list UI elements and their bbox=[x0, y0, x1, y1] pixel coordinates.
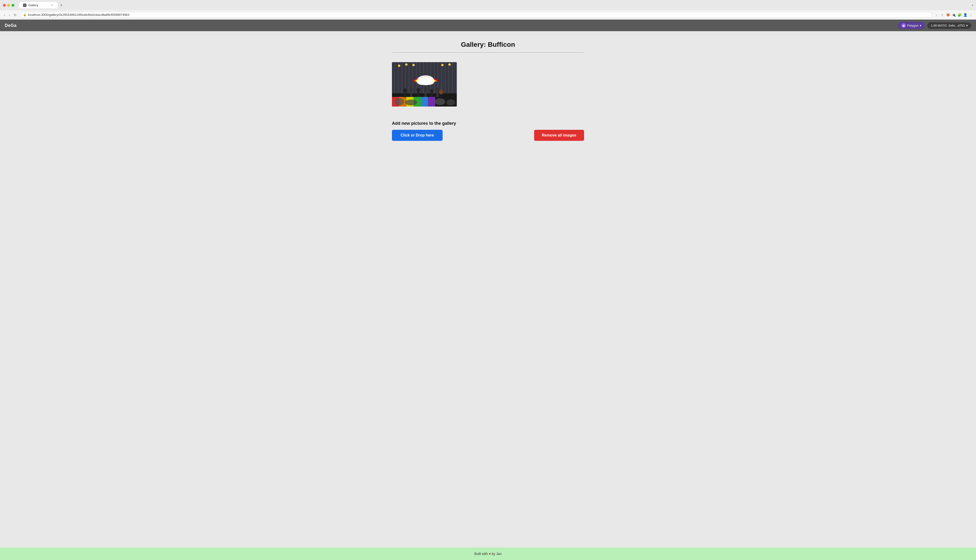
svg-point-48 bbox=[398, 65, 400, 67]
svg-rect-43 bbox=[441, 87, 442, 93]
polygon-network-button[interactable]: ◆ Polygon ▾ bbox=[898, 22, 925, 29]
polygon-chevron-icon: ▾ bbox=[920, 24, 921, 27]
svg-point-49 bbox=[405, 63, 408, 66]
svg-rect-31 bbox=[404, 92, 406, 97]
nav-refresh-button[interactable]: ↻ bbox=[13, 12, 18, 17]
svg-point-22 bbox=[418, 78, 433, 85]
svg-point-40 bbox=[436, 88, 440, 92]
add-section-actions: Click or Drop here Remove all images bbox=[392, 130, 584, 141]
svg-rect-41 bbox=[436, 92, 439, 97]
concert-image bbox=[392, 62, 457, 107]
svg-rect-35 bbox=[417, 92, 419, 97]
nav-back-button[interactable]: ‹ bbox=[3, 12, 6, 17]
svg-rect-39 bbox=[431, 93, 433, 97]
address-lock-icon: 🔒 bbox=[23, 13, 27, 16]
svg-point-46 bbox=[435, 98, 445, 105]
svg-point-52 bbox=[448, 63, 451, 66]
polygon-icon: ◆ bbox=[901, 23, 906, 28]
svg-point-34 bbox=[416, 88, 420, 92]
main-content: Gallery: Bufficon bbox=[0, 31, 976, 548]
traffic-lights bbox=[3, 4, 14, 7]
app-wrapper: DeGa ◆ Polygon ▾ 1.99 MATIC 0x6c...d753 … bbox=[0, 20, 976, 560]
add-section-title: Add new pictures to the gallery bbox=[392, 121, 584, 126]
browser-title-right: ▾ bbox=[972, 3, 973, 7]
svg-point-36 bbox=[424, 88, 428, 92]
svg-point-47 bbox=[446, 99, 455, 105]
nav-forward-button[interactable]: › bbox=[8, 12, 11, 17]
puzzle-ext-icon[interactable]: 🔌 bbox=[951, 13, 956, 17]
minimize-window-button[interactable] bbox=[7, 4, 10, 7]
browser-chrome: G Gallery ✕ + ▾ ‹ › ↻ 🔒 localhost:3000/g… bbox=[0, 0, 976, 20]
address-bar-url: localhost:3000/gallery/0x2953399124f0cbb… bbox=[28, 13, 129, 17]
new-tab-button[interactable]: + bbox=[58, 2, 65, 8]
download-icon[interactable]: ↓ bbox=[934, 13, 939, 17]
tab-close-button[interactable]: ✕ bbox=[50, 3, 54, 7]
browser-toolbar: ‹ › ↻ 🔒 localhost:3000/gallery/0x2953399… bbox=[0, 10, 976, 20]
wallet-button[interactable]: 1.99 MATIC 0x6c...d753 ▾ bbox=[927, 22, 971, 29]
gallery-title: Gallery: Bufficon bbox=[392, 41, 584, 53]
svg-point-44 bbox=[394, 98, 404, 105]
tab-favicon: G bbox=[23, 3, 27, 7]
tab-label: Gallery bbox=[28, 3, 38, 7]
footer-text-prefix: Built with bbox=[474, 552, 488, 556]
app-logo: DeGa bbox=[5, 23, 17, 28]
extension-icon[interactable]: 🧩 bbox=[957, 13, 962, 17]
toolbar-actions: ↓ ☆ 🦊 🔌 🧩 👤 ⋮ bbox=[934, 13, 973, 17]
svg-rect-33 bbox=[410, 92, 412, 97]
svg-point-45 bbox=[405, 100, 417, 105]
fox-icon[interactable]: 🦊 bbox=[946, 13, 950, 17]
svg-point-51 bbox=[441, 64, 444, 66]
header-right: ◆ Polygon ▾ 1.99 MATIC 0x6c...d753 ▾ bbox=[898, 22, 971, 29]
profile-icon[interactable]: 👤 bbox=[963, 13, 968, 17]
app-footer: Built with ♥ by Jan bbox=[0, 548, 976, 560]
close-window-button[interactable] bbox=[3, 4, 6, 7]
footer-text: Built with ♥ by Jan bbox=[474, 552, 501, 556]
browser-titlebar: G Gallery ✕ + ▾ bbox=[0, 0, 976, 10]
images-grid bbox=[392, 62, 584, 107]
svg-point-50 bbox=[412, 64, 415, 66]
footer-text-suffix: by Jan bbox=[491, 552, 501, 556]
click-drop-button[interactable]: Click or Drop here bbox=[392, 130, 443, 141]
svg-rect-37 bbox=[424, 92, 427, 97]
remove-all-images-button[interactable]: Remove all images bbox=[534, 130, 584, 141]
more-options-icon[interactable]: ⋮ bbox=[969, 13, 973, 17]
app-header: DeGa ◆ Polygon ▾ 1.99 MATIC 0x6c...d753 … bbox=[0, 20, 976, 31]
svg-point-32 bbox=[409, 88, 413, 92]
gallery-image-card bbox=[392, 62, 457, 107]
maximize-window-button[interactable] bbox=[12, 4, 14, 7]
tab-bar: G Gallery ✕ + bbox=[19, 2, 65, 8]
polygon-button-label: Polygon bbox=[907, 24, 918, 27]
browser-tab-gallery[interactable]: G Gallery ✕ bbox=[19, 2, 58, 8]
svg-point-30 bbox=[403, 88, 407, 92]
svg-point-38 bbox=[430, 89, 433, 93]
heart-icon: ♥ bbox=[489, 552, 491, 556]
wallet-chevron-icon: ▾ bbox=[966, 24, 968, 27]
wallet-address: 0x6c...d753 bbox=[949, 24, 965, 27]
add-section: Add new pictures to the gallery Click or… bbox=[392, 121, 584, 141]
svg-rect-28 bbox=[421, 97, 428, 107]
address-bar[interactable]: 🔒 localhost:3000/gallery/0x2953399124f0c… bbox=[20, 12, 932, 18]
wallet-balance: 1.99 MATIC bbox=[931, 24, 947, 27]
gallery-container: Gallery: Bufficon bbox=[392, 41, 584, 141]
bookmark-icon[interactable]: ☆ bbox=[940, 13, 944, 17]
svg-rect-29 bbox=[428, 97, 435, 107]
